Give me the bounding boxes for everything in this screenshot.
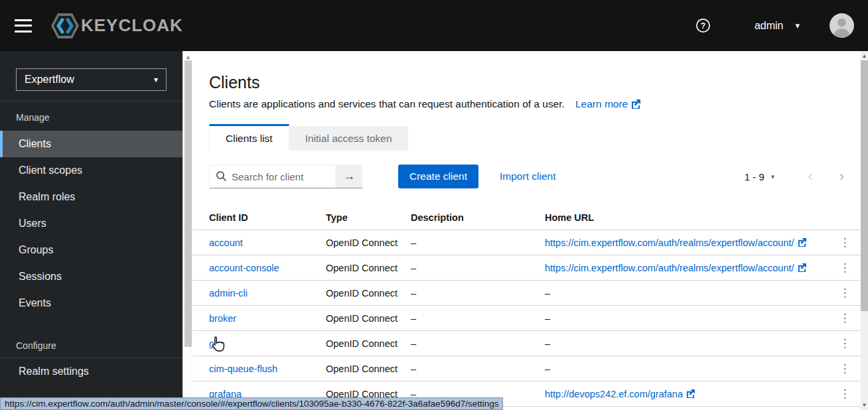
home-url-link[interactable]: https://cim.expertflow.com/auth/realms/e… <box>545 263 794 273</box>
scrollbar-thumb[interactable] <box>861 60 868 311</box>
sidebar-item-label: Users <box>19 218 46 230</box>
sidebar-item-groups[interactable]: Groups <box>0 237 182 263</box>
keycloak-logo-icon <box>50 12 80 40</box>
table-toolbar: → Create client Import client 1 - 9 ▾ ‹ … <box>192 165 861 188</box>
sidebar-item-label: Client scopes <box>19 165 82 176</box>
kebab-menu-icon[interactable]: ⋮ <box>835 336 855 350</box>
page-title: Clients <box>209 73 844 92</box>
main-content: Clients Clients are applications and ser… <box>192 51 861 410</box>
realm-selector-dropdown[interactable]: Expertflow ▾ <box>16 68 167 91</box>
realm-selector-label: Expertflow <box>25 74 74 86</box>
pagination-range-label: 1 - 9 <box>745 171 764 182</box>
nav-section-manage: Manage <box>16 112 182 123</box>
kebab-menu-icon[interactable]: ⋮ <box>835 362 855 376</box>
sidebar-item-realm-settings[interactable]: Realm settings <box>0 358 182 385</box>
import-client-link[interactable]: Import client <box>500 171 555 182</box>
external-link-icon <box>798 263 806 272</box>
scrollbar-thumb[interactable] <box>184 60 192 347</box>
sidebar-item-realm-roles[interactable]: Realm roles <box>0 184 182 210</box>
sidebar-item-clients[interactable]: Clients <box>0 131 182 157</box>
kebab-menu-icon[interactable]: ⋮ <box>835 311 855 325</box>
client-type-cell: OpenID Connect <box>326 364 411 374</box>
search-icon <box>216 171 227 182</box>
sidebar-item-users[interactable]: Users <box>0 210 182 237</box>
user-dropdown[interactable]: admin ▾ <box>755 20 800 32</box>
page-scrollbar[interactable]: ▲ ▼ <box>861 51 868 410</box>
sidebar-item-label: Events <box>19 297 51 309</box>
pagination-range-dropdown[interactable]: 1 - 9 ▾ <box>741 171 779 183</box>
column-header-description: Description <box>411 212 545 223</box>
table-row: cim OpenID Connect – – ⋮ <box>192 331 861 356</box>
client-description-cell: – <box>411 313 545 324</box>
avatar[interactable] <box>830 13 854 38</box>
learn-more-label: Learn more <box>575 98 628 110</box>
tab-clients-list[interactable]: Clients list <box>209 124 289 151</box>
table-row: cim-queue-flush OpenID Connect – – ⋮ <box>192 356 861 381</box>
masthead: KEYCLOAK ? admin ▾ <box>0 0 868 51</box>
sidebar-scrollbar[interactable]: ▲ <box>182 51 192 410</box>
table-body: account OpenID Connect – https://cim.exp… <box>192 230 861 407</box>
client-id-link[interactable]: cim-queue-flush <box>209 364 277 374</box>
create-client-button[interactable]: Create client <box>398 165 478 188</box>
keycloak-logo: KEYCLOAK <box>50 12 183 40</box>
nav-section-configure: Configure <box>16 340 182 351</box>
kebab-menu-icon[interactable]: ⋮ <box>835 387 855 401</box>
kebab-menu-icon[interactable]: ⋮ <box>835 261 855 275</box>
arrow-right-icon: → <box>343 169 355 182</box>
search-input[interactable] <box>209 165 336 188</box>
tab-initial-access-token[interactable]: Initial access token <box>289 126 408 151</box>
learn-more-link[interactable]: Learn more <box>575 98 640 110</box>
search-submit-button[interactable]: → <box>336 165 362 188</box>
chevron-down-icon: ▾ <box>154 75 158 84</box>
sidebar-item-label: Sessions <box>19 271 62 283</box>
client-home-url-cell: https://cim.expertflow.com/auth/realms/e… <box>545 263 829 273</box>
tab-bar: Clients list Initial access token <box>209 124 861 151</box>
table-header-row: Client ID Type Description Home URL <box>192 205 861 230</box>
client-id-link[interactable]: admin-cli <box>209 288 248 299</box>
chevron-down-icon: ▾ <box>771 172 775 181</box>
client-id-link[interactable]: broker <box>209 313 236 324</box>
sidebar-item-client-scopes[interactable]: Client scopes <box>0 157 182 184</box>
client-type-cell: OpenID Connect <box>326 263 411 273</box>
home-url-link[interactable]: https://cim.expertflow.com/auth/realms/e… <box>545 238 794 248</box>
home-url-link[interactable]: http://devops242.ef.com/grafana <box>545 389 683 399</box>
username-label: admin <box>755 20 784 32</box>
client-description-cell: – <box>411 364 545 374</box>
tab-label: Clients list <box>226 133 273 145</box>
clients-table: Client ID Type Description Home URL acco… <box>192 205 861 407</box>
client-id-link[interactable]: account <box>209 238 243 248</box>
sidebar-item-label: Realm settings <box>19 366 89 377</box>
client-description-cell: – <box>411 238 545 248</box>
chevron-down-icon: ▾ <box>795 21 800 31</box>
pagination-prev-icon[interactable]: ‹ <box>808 170 812 183</box>
tab-label: Initial access token <box>305 133 392 145</box>
sidebar-item-events[interactable]: Events <box>0 290 182 316</box>
kebab-menu-icon[interactable]: ⋮ <box>835 286 855 300</box>
kebab-menu-icon[interactable]: ⋮ <box>835 236 855 249</box>
keycloak-logo-text: KEYCLOAK <box>81 15 183 36</box>
pagination: 1 - 9 ▾ ‹ › <box>741 170 844 183</box>
external-link-icon <box>631 100 640 109</box>
nav-toggle-hamburger-icon[interactable] <box>15 19 32 33</box>
client-description-cell: – <box>411 288 545 299</box>
client-home-url-cell: http://devops242.ef.com/grafana <box>545 389 829 399</box>
sidebar-item-label: Groups <box>19 244 53 256</box>
client-id-link[interactable]: account-console <box>209 263 279 273</box>
client-id-link[interactable]: cim <box>209 338 224 349</box>
sidebar-item-sessions[interactable]: Sessions <box>0 263 182 290</box>
external-link-icon <box>798 238 806 247</box>
help-icon[interactable]: ? <box>695 18 711 33</box>
scroll-down-icon[interactable]: ▼ <box>861 401 868 409</box>
client-type-cell: OpenID Connect <box>326 238 411 248</box>
svg-text:?: ? <box>701 21 705 31</box>
scroll-up-icon[interactable]: ▲ <box>861 52 868 60</box>
client-type-cell: OpenID Connect <box>326 313 411 324</box>
table-row: admin-cli OpenID Connect – – ⋮ <box>192 281 861 306</box>
client-home-url-cell: – <box>545 364 829 374</box>
external-link-icon <box>686 389 695 398</box>
pagination-next-icon[interactable]: › <box>839 170 844 183</box>
sidebar-divider <box>0 101 182 102</box>
page-subtitle: Clients are applications and services th… <box>209 98 565 110</box>
sidebar-item-label: Clients <box>19 138 51 150</box>
column-header-home-url: Home URL <box>545 212 829 223</box>
